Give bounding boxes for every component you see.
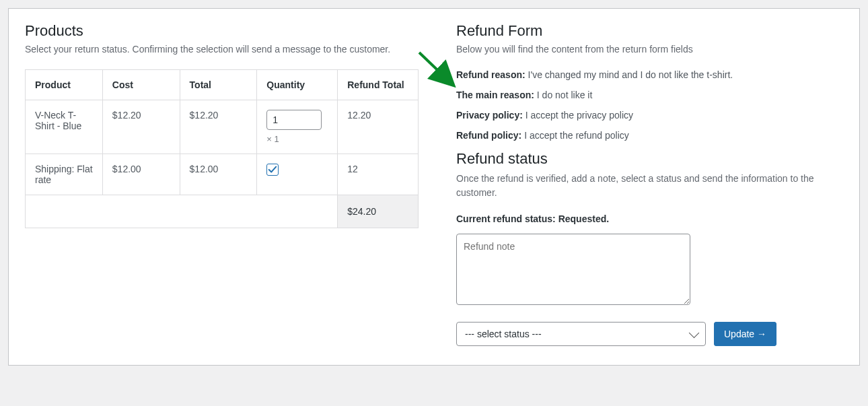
refund-note-textarea[interactable] [456,234,690,305]
current-refund-status: Current refund status: Requested. [456,213,843,224]
products-heading: Products [25,22,419,40]
refund-form-subtitle: Below you will find the content from the… [456,44,843,55]
cell-quantity: × 1 [257,100,338,154]
cell-refund-total: 12.20 [338,100,419,154]
col-total: Total [180,70,257,100]
table-footer-row: $24.20 [26,195,419,228]
quantity-multiplier: × 1 [266,134,328,144]
field-refund-reason: Refund reason: I've changed my mind and … [456,69,843,80]
quantity-input[interactable] [266,110,322,130]
table-row: Shipping: Flat rate $12.00 $12.00 12 [26,154,419,195]
refund-status-heading: Refund status [456,150,843,168]
field-privacy-policy: Privacy policy: I accept the privacy pol… [456,110,843,121]
check-icon [268,165,277,174]
shipping-refund-checkbox[interactable] [266,164,279,176]
col-cost: Cost [102,70,180,100]
table-row: V-Neck T-Shirt - Blue $12.20 $12.20 × 1 … [26,100,419,154]
field-main-reason: The main reason: I do not like it [456,90,843,100]
footer-total: $24.20 [338,195,419,228]
cell-product: V-Neck T-Shirt - Blue [26,100,103,154]
refund-status-subtitle: Once the refund is verified, add a note,… [456,172,843,200]
cell-product: Shipping: Flat rate [26,154,103,195]
field-refund-policy: Refund policy: I accept the refund polic… [456,130,843,141]
col-product: Product [26,70,103,100]
refund-form-heading: Refund Form [456,22,843,40]
update-button[interactable]: Update → [714,322,776,346]
status-select-wrap: --- select status --- [456,322,706,346]
cell-total: $12.20 [180,100,257,154]
col-refund-total: Refund Total [338,70,419,100]
cell-quantity [257,154,338,195]
status-select[interactable]: --- select status --- [456,322,706,346]
products-section: Products Select your return status. Conf… [25,22,419,346]
cell-cost: $12.00 [102,154,180,195]
cell-refund-total: 12 [338,154,419,195]
products-subtitle: Select your return status. Confirming th… [25,44,419,55]
cell-total: $12.00 [180,154,257,195]
products-table: Product Cost Total Quantity Refund Total… [25,69,419,228]
col-quantity: Quantity [257,70,338,100]
cell-cost: $12.20 [102,100,180,154]
refund-panel: Products Select your return status. Conf… [8,8,860,366]
refund-form-section: Refund Form Below you will find the cont… [456,22,843,346]
status-actions: --- select status --- Update → [456,322,843,346]
